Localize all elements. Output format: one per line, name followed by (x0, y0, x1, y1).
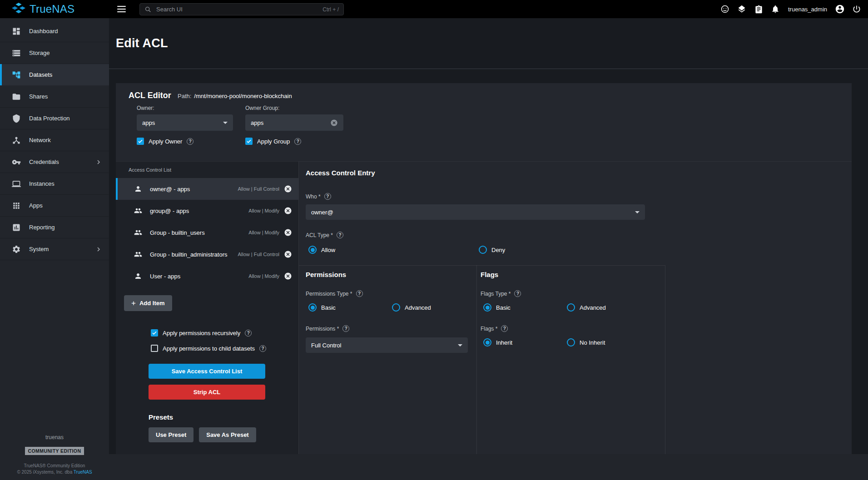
help-icon[interactable] (337, 232, 343, 238)
divider (476, 265, 477, 454)
help-icon[interactable] (259, 345, 266, 352)
plus-icon (131, 299, 136, 308)
delete-entry-icon[interactable] (284, 250, 292, 258)
divider (299, 265, 665, 266)
datasets-icon (12, 70, 21, 79)
tasks-clipboard-icon[interactable] (754, 4, 764, 14)
radio-flags-advanced[interactable]: Advanced (567, 303, 606, 312)
search-input[interactable] (155, 5, 319, 13)
presets-title: Presets (149, 413, 298, 421)
owner-column: Owner: apps Apply Owner (137, 105, 233, 145)
feedback-smiley-icon[interactable] (720, 4, 730, 14)
divider (665, 265, 665, 454)
sidebar-item-credentials[interactable]: Credentials (0, 151, 109, 173)
delete-entry-icon[interactable] (284, 207, 292, 215)
help-icon[interactable] (514, 290, 521, 297)
power-icon[interactable] (852, 4, 862, 14)
radio-allow[interactable]: Allow (308, 246, 479, 254)
user-avatar-icon[interactable] (835, 4, 845, 14)
apply-owner-label: Apply Owner (149, 138, 182, 145)
radio-selected-icon (483, 303, 491, 312)
user-icon (134, 185, 142, 193)
instances-icon (12, 179, 21, 188)
menu-toggle-button[interactable] (117, 4, 129, 15)
sidebar-item-data-protection[interactable]: Data Protection (0, 108, 109, 129)
acl-entry-permission: Allow | Full Control (238, 186, 280, 192)
sidebar-item-network[interactable]: Network (0, 129, 109, 151)
help-icon[interactable] (342, 325, 349, 332)
main-content: Edit ACL ACL Editor Path:/mnt/monero-poo… (109, 18, 868, 480)
radio-flags-basic[interactable]: Basic (483, 303, 567, 312)
gear-icon (12, 245, 21, 254)
sidebar: Dashboard Storage Datasets Shares Data P… (0, 18, 109, 480)
acl-entry-row[interactable]: User - apps Allow | Modify (116, 265, 298, 287)
add-item-button[interactable]: Add Item (124, 295, 172, 311)
jobs-layers-icon[interactable] (737, 4, 747, 14)
sidebar-item-system[interactable]: System (0, 238, 109, 260)
username: truenas_admin (788, 6, 827, 13)
sidebar-item-dashboard[interactable]: Dashboard (0, 20, 109, 42)
sidebar-item-reporting[interactable]: Reporting (0, 217, 109, 238)
alerts-bell-icon[interactable] (770, 4, 780, 14)
acl-type-label-row: ACL Type * (306, 232, 852, 238)
footer-bar (109, 454, 868, 480)
owner-select[interactable]: apps (137, 114, 233, 131)
permissions-select[interactable]: Full Control (306, 337, 468, 353)
who-select[interactable]: owner@ (306, 204, 645, 220)
group-icon (134, 250, 142, 258)
acl-entry-row[interactable]: owner@ - apps Allow | Full Control (116, 178, 298, 200)
apply-child-row: Apply permissions to child datasets (151, 345, 298, 352)
owner-group-value: apps (251, 119, 263, 126)
sidebar-item-label: Datasets (29, 71, 52, 78)
help-icon[interactable] (356, 290, 363, 297)
acl-entry-row[interactable]: group@ - apps Allow | Modify (116, 200, 298, 222)
apply-recursively-checkbox[interactable] (151, 329, 158, 336)
search-box[interactable]: Ctrl + / (139, 3, 344, 15)
sidebar-item-storage[interactable]: Storage (0, 42, 109, 64)
truenas-logo[interactable]: TrueNAS (12, 0, 74, 18)
help-icon[interactable] (501, 325, 508, 332)
radio-unselected-icon (392, 303, 400, 312)
sidebar-item-instances[interactable]: Instances (0, 173, 109, 195)
radio-no-inherit[interactable]: No Inherit (567, 338, 605, 346)
radio-unselected-icon (567, 303, 575, 312)
copyright-line: © 2025 iXsystems, Inc. dba TrueNAS (0, 469, 109, 475)
flags-label-row: Flags * (481, 325, 650, 332)
acl-list-panel: Access Control List owner@ - apps Allow … (116, 161, 298, 454)
help-icon[interactable] (324, 193, 331, 200)
permissions-title: Permissions (306, 271, 475, 278)
sidebar-item-datasets[interactable]: Datasets (0, 64, 109, 86)
help-icon[interactable] (245, 330, 252, 336)
delete-entry-icon[interactable] (284, 272, 292, 280)
acl-entry-row[interactable]: Group - builtin_administrators Allow | F… (116, 243, 298, 265)
chevron-right-icon (94, 158, 103, 166)
use-preset-button[interactable]: Use Preset (149, 427, 193, 442)
apply-owner-checkbox[interactable] (137, 138, 144, 145)
radio-permissions-basic[interactable]: Basic (308, 303, 392, 312)
save-acl-button[interactable]: Save Access Control List (149, 364, 265, 379)
apply-group-checkbox[interactable] (245, 138, 253, 145)
radio-selected-icon (308, 246, 317, 254)
radio-inherit[interactable]: Inherit (483, 338, 567, 346)
sidebar-item-apps[interactable]: Apps (0, 195, 109, 217)
save-as-preset-button[interactable]: Save As Preset (199, 427, 256, 442)
shield-icon (12, 114, 21, 123)
radio-permissions-advanced[interactable]: Advanced (392, 303, 431, 312)
flags-radio-group: Inherit No Inherit (483, 338, 650, 346)
truenas-link[interactable]: TrueNAS (74, 470, 92, 475)
sidebar-item-label: Storage (29, 49, 50, 56)
sidebar-footer: truenas COMMUNITY EDITION TrueNAS® Commu… (0, 434, 109, 475)
delete-entry-icon[interactable] (284, 185, 292, 193)
owner-group-input[interactable]: apps (245, 114, 343, 131)
help-icon[interactable] (294, 138, 301, 145)
delete-entry-icon[interactable] (284, 228, 292, 237)
acl-entry-who: owner@ - apps (150, 186, 190, 193)
clear-icon[interactable] (330, 119, 338, 127)
chevron-down-icon (458, 344, 462, 346)
strip-acl-button[interactable]: Strip ACL (149, 385, 265, 400)
radio-deny[interactable]: Deny (479, 246, 505, 254)
help-icon[interactable] (187, 138, 193, 145)
apply-child-checkbox[interactable] (151, 345, 158, 352)
sidebar-item-shares[interactable]: Shares (0, 86, 109, 108)
acl-entry-row[interactable]: Group - builtin_users Allow | Modify (116, 222, 298, 243)
